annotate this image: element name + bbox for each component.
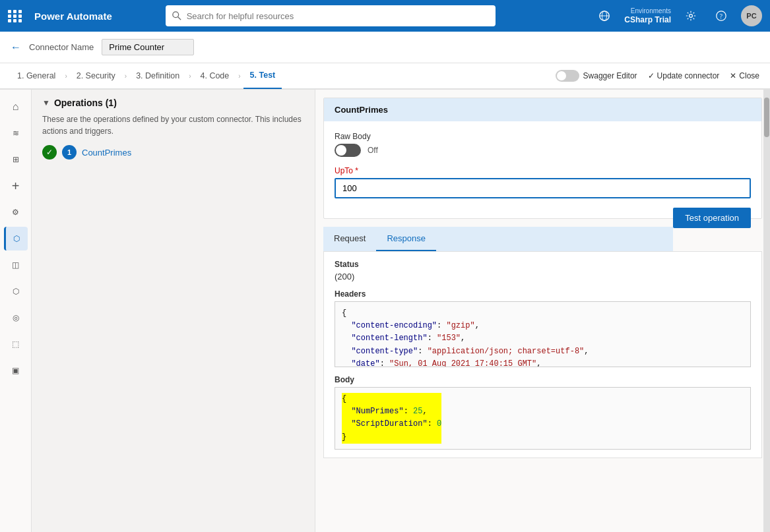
add-icon[interactable]: + (4, 174, 28, 198)
svg-text:?: ? (720, 13, 723, 20)
tab-security[interactable]: 2. Security (70, 63, 122, 89)
headers-box[interactable]: { "content-encoding": "gzip", "content-l… (335, 301, 751, 367)
raw-body-label: Raw Body (335, 132, 751, 141)
headers-content: { "content-encoding": "gzip", "content-l… (342, 309, 589, 367)
toggle-off-label: Off (368, 146, 378, 155)
svg-point-0 (173, 12, 179, 18)
chevron-2: › (125, 73, 127, 80)
operations-title: Operations (1) (54, 98, 117, 108)
chevron-4: › (238, 73, 240, 80)
toggle-thumb (336, 145, 346, 156)
tab-definition[interactable]: 3. Definition (129, 63, 186, 89)
tab-right-actions: Swagger Editor ✓ Update connector ✕ Clos… (556, 70, 759, 82)
search-icon (172, 11, 181, 20)
tabs-bar: 1. General › 2. Security › 3. Definition… (0, 63, 770, 90)
required-star: * (353, 166, 358, 175)
back-button[interactable]: ← (11, 42, 21, 53)
left-panel: ▼ Operations (1) These are the operation… (32, 90, 315, 532)
avatar[interactable]: PC (741, 5, 762, 26)
req-res-section: Request Response Status (200) Headers { … (323, 227, 762, 458)
raw-body-toggle[interactable] (335, 144, 361, 157)
req-res-header: Request Response (323, 227, 673, 251)
top-nav: Power Automate Environments CSharp Trial… (0, 0, 770, 32)
upto-label: UpTo * (335, 166, 751, 175)
operations-description: These are the operations defined by your… (42, 113, 304, 137)
scroll-thumb (764, 98, 769, 137)
grid-icon (8, 10, 22, 22)
swagger-editor-toggle[interactable]: Swagger Editor (556, 70, 637, 82)
tab-test[interactable]: 5. Test (243, 63, 282, 89)
tab-general[interactable]: 1. General (11, 63, 62, 89)
chart-icon[interactable]: ◫ (4, 253, 28, 277)
svg-line-1 (177, 17, 180, 20)
svg-point-5 (690, 15, 693, 18)
right-content: CountPrimes Raw Body Off UpTo * Test ope… (315, 90, 770, 532)
app-name: Power Automate (34, 11, 112, 22)
book-icon[interactable]: ▣ (4, 359, 28, 382)
count-primes-body: Raw Body Off UpTo * Test operation (324, 121, 761, 218)
settings-icon[interactable] (680, 5, 701, 26)
headers-label: Headers (335, 289, 751, 299)
connector-label: Connector Name (29, 42, 94, 52)
test-operation-button[interactable]: Test operation (673, 208, 751, 228)
flows-icon[interactable]: ≋ (4, 121, 28, 145)
count-primes-section: CountPrimes Raw Body Off UpTo * Test ope… (323, 98, 762, 219)
sub-header: ← Connector Name Prime Counter (0, 32, 770, 63)
op-check-icon: ✓ (42, 145, 57, 160)
environments-icon[interactable] (594, 5, 615, 26)
nav-right: Environments CSharp Trial ? PC (594, 5, 762, 26)
robot-icon[interactable]: ⚙ (4, 200, 28, 224)
op-num-badge: 1 (62, 145, 77, 160)
test-op-row: Test operation (335, 205, 751, 208)
network-icon[interactable]: ⬡ (4, 280, 28, 303)
close-button[interactable]: ✕ Close (730, 71, 759, 80)
request-tab[interactable]: Request (323, 227, 376, 251)
home-icon[interactable]: ⌂ (4, 95, 28, 119)
tab-code[interactable]: 4. Code (193, 63, 236, 89)
connector-icon[interactable]: ⬡ (4, 227, 28, 251)
side-icons: ⌂ ≋ ⊞ + ⚙ ⬡ ◫ ⬡ ◎ ⬚ ▣ (0, 90, 32, 532)
body-box[interactable]: { "NumPrimes": 25, "ScriptDuration": 0} (335, 387, 751, 450)
operation-item[interactable]: ✓ 1 CountPrimes (42, 145, 304, 160)
req-res-body: Status (200) Headers { "content-encoding… (323, 251, 762, 458)
response-tab[interactable]: Response (376, 227, 436, 251)
swagger-toggle-switch[interactable] (556, 70, 579, 82)
main-layout: ⌂ ≋ ⊞ + ⚙ ⬡ ◫ ⬡ ◎ ⬚ ▣ ▼ Operations (1) T… (0, 90, 770, 532)
connector-name: Prime Counter (102, 39, 194, 55)
collapse-icon[interactable]: ▼ (42, 98, 50, 107)
search-input[interactable] (187, 11, 489, 21)
chevron-1: › (65, 73, 67, 80)
update-connector-button[interactable]: ✓ Update connector (648, 71, 720, 80)
body-highlighted-content: { "NumPrimes": 25, "ScriptDuration": 0} (342, 393, 441, 444)
operations-header: ▼ Operations (1) (42, 98, 304, 108)
users-icon[interactable]: ◎ (4, 306, 28, 330)
chevron-3: › (189, 73, 191, 80)
right-scrollbar[interactable] (763, 90, 770, 532)
search-bar[interactable] (166, 5, 496, 26)
apps-icon[interactable]: ⊞ (4, 148, 28, 171)
raw-body-row: Off (335, 144, 751, 157)
help-icon[interactable]: ? (711, 5, 732, 26)
app-grid-button[interactable] (8, 10, 22, 22)
op-name[interactable]: CountPrimes (82, 148, 131, 158)
upto-input[interactable] (335, 178, 751, 198)
environment-block: Environments CSharp Trial (624, 7, 671, 26)
docs-icon[interactable]: ⬚ (4, 332, 28, 356)
count-primes-header: CountPrimes (324, 98, 761, 121)
body-label: Body (335, 375, 751, 384)
status-value: (200) (335, 272, 751, 281)
status-label: Status (335, 260, 751, 269)
